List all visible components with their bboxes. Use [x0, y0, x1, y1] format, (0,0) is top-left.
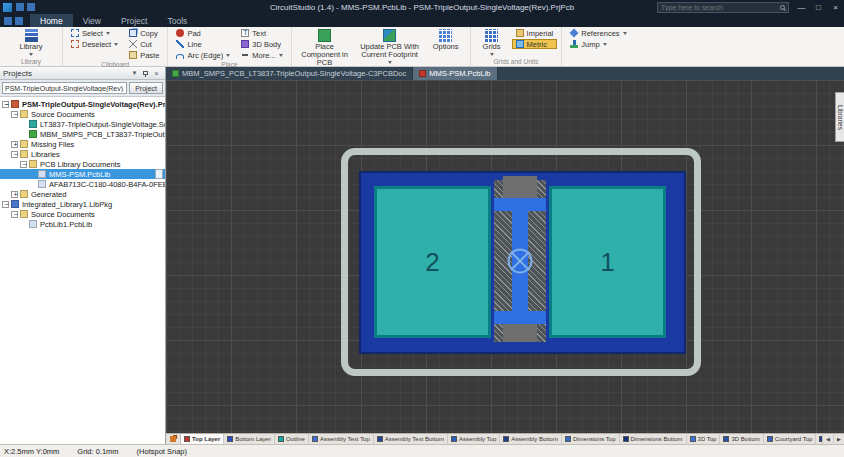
minimize-button[interactable]: —: [793, 0, 810, 14]
layer-tab[interactable]: 3D Top: [687, 434, 721, 444]
tree-item[interactable]: PCB Library Documents: [0, 159, 165, 169]
layer-color-chip: [690, 436, 696, 442]
tree-item[interactable]: Missing Files: [0, 139, 165, 149]
close-button[interactable]: ×: [827, 0, 844, 14]
tree-expander-icon[interactable]: [11, 141, 18, 148]
layer-tab[interactable]: Dimensions Top: [562, 434, 620, 444]
pcb-editor-canvas[interactable]: 2 1 Libraries: [166, 80, 844, 433]
ribbon-tab[interactable]: Home: [30, 14, 73, 27]
layer-tab[interactable]: Bottom Layer: [224, 434, 275, 444]
text-button[interactable]: Text: [237, 28, 286, 38]
projects-panel: Projects ▾ × Project PSM-TripleOutput-Si…: [0, 67, 166, 444]
jump-button[interactable]: Jump: [566, 39, 630, 49]
ribbon-tab[interactable]: Project: [111, 14, 157, 27]
tree-expander-icon[interactable]: [11, 191, 18, 198]
quick-undo-icon[interactable]: [15, 17, 23, 25]
tree-expander-icon[interactable]: [2, 101, 9, 108]
tree-item-label: Generated: [31, 190, 66, 199]
layer-tab[interactable]: Outline: [275, 434, 309, 444]
layer-tab[interactable]: Assembly Text Bottom: [374, 434, 448, 444]
footprint-pad-2[interactable]: 2: [374, 186, 491, 338]
select-button[interactable]: Select: [67, 28, 122, 38]
metric-button[interactable]: Metric: [512, 39, 558, 49]
tree-item-icon: [11, 200, 19, 208]
close-panel-icon[interactable]: ×: [151, 70, 162, 77]
tree-item[interactable]: MMS-PSM.PcbLib: [0, 169, 165, 179]
layer-tab-label: Dimensions Top: [573, 436, 616, 442]
origin-marker-icon[interactable]: [506, 247, 534, 275]
3d-body-button[interactable]: 3D Body: [237, 39, 286, 49]
footprint-pad-1[interactable]: 1: [549, 186, 666, 338]
tree-item[interactable]: Generated: [0, 189, 165, 199]
library-button[interactable]: Library: [4, 28, 58, 57]
cut-button[interactable]: Cut: [125, 39, 163, 49]
scroll-left-icon[interactable]: ◀: [822, 434, 833, 444]
tree-item[interactable]: Integrated_Library1.LibPkg: [0, 199, 165, 209]
update-pcb-button[interactable]: Update PCB With Current Footprint: [357, 28, 423, 65]
tree-expander-icon[interactable]: [11, 151, 18, 158]
tree-item-icon: [11, 100, 19, 108]
document-tab[interactable]: MMS-PSM.PcbLib: [413, 67, 497, 80]
layer-color-chip: [565, 436, 571, 442]
maximize-button[interactable]: □: [810, 0, 827, 14]
layer-tab[interactable]: Dimensions Bottom: [620, 434, 687, 444]
place-component-in-pcb-button[interactable]: Place Component in PCB: [296, 28, 354, 67]
tree-expander-icon[interactable]: [2, 201, 9, 208]
libraries-side-tab[interactable]: Libraries: [835, 92, 844, 142]
ribbon-tab[interactable]: Tools: [157, 14, 197, 27]
tree-expander-icon[interactable]: [11, 211, 18, 218]
window-controls: — □ ×: [793, 0, 844, 14]
tree-item-icon: [29, 220, 37, 228]
tree-item[interactable]: Source Documents: [0, 109, 165, 119]
tree-expander-icon[interactable]: [20, 161, 27, 168]
tree-item[interactable]: PSM-TripleOutput-SingleVoltage(Rev).PrjP…: [0, 99, 165, 109]
document-icon: [419, 70, 426, 77]
layer-color-chip: [451, 436, 457, 442]
layer-tab-label: Courtyard Top: [775, 436, 813, 442]
search-box[interactable]: [657, 2, 789, 13]
paste-icon: [129, 51, 137, 59]
line-button[interactable]: Line: [172, 39, 234, 49]
tree-item[interactable]: PcbLib1.PcbLib: [0, 219, 165, 229]
tree-item[interactable]: Libraries: [0, 149, 165, 159]
pad-button[interactable]: Pad: [172, 28, 234, 38]
pin-icon[interactable]: [140, 71, 151, 75]
paste-button[interactable]: Paste: [125, 50, 163, 60]
quick-save-icon[interactable]: [4, 17, 12, 25]
tree-item[interactable]: MBM_SMPS_PCB_LT3837-TripleOutput-Single(…: [0, 129, 165, 139]
layer-tab-label: Outline: [286, 436, 305, 442]
deselect-button[interactable]: Deselect: [67, 39, 122, 49]
layer-tab[interactable]: Top Layer: [181, 434, 224, 444]
tree-item[interactable]: LT3837-TripleOutput-SingleVoltage.SchDoc: [0, 119, 165, 129]
layer-tab[interactable]: 3D Bottom: [720, 434, 763, 444]
imperial-button[interactable]: Imperial: [512, 28, 558, 38]
layer-tab-label: Assembly Text Top: [320, 436, 370, 442]
tree-item[interactable]: AFAB713C-C180-4080-B4FA-0FEEEFC7F746_PC: [0, 179, 165, 189]
tree-expander-icon[interactable]: [11, 111, 18, 118]
more-button[interactable]: More...: [237, 50, 286, 60]
tree-item-label: AFAB713C-C180-4080-B4FA-0FEEEFC7F746_PC: [49, 180, 165, 189]
save-icon[interactable]: [16, 3, 24, 11]
layer-tab[interactable]: Assembly Text Top: [309, 434, 374, 444]
layer-tab[interactable]: Assembly Top: [448, 434, 500, 444]
references-button[interactable]: References: [566, 28, 630, 38]
references-icon: [570, 28, 579, 37]
ribbon-tab[interactable]: View: [73, 14, 111, 27]
copy-button[interactable]: Copy: [125, 28, 163, 38]
layer-color-chip: [377, 436, 383, 442]
search-input[interactable]: [661, 4, 778, 11]
layer-tab[interactable]: Courtyard Top: [764, 434, 817, 444]
open-icon[interactable]: [27, 3, 35, 11]
project-button[interactable]: Project: [129, 82, 163, 94]
chevron-down-icon[interactable]: ▾: [129, 69, 140, 77]
layer-tab[interactable]: Assembly Bottom: [500, 434, 562, 444]
document-tab[interactable]: MBM_SMPS_PCB_LT3837-TripleOutput-SingleV…: [166, 67, 413, 80]
project-filter-input[interactable]: [2, 82, 127, 94]
grids-button[interactable]: Grids: [475, 28, 509, 57]
options-button[interactable]: Options: [426, 28, 466, 51]
layer-sets-icon[interactable]: [166, 434, 181, 444]
layer-scroll-buttons: ◀ ▶: [822, 434, 844, 444]
tree-item[interactable]: Source Documents: [0, 209, 165, 219]
scroll-right-icon[interactable]: ▶: [833, 434, 844, 444]
arc-edge-button[interactable]: Arc (Edge): [172, 50, 234, 60]
